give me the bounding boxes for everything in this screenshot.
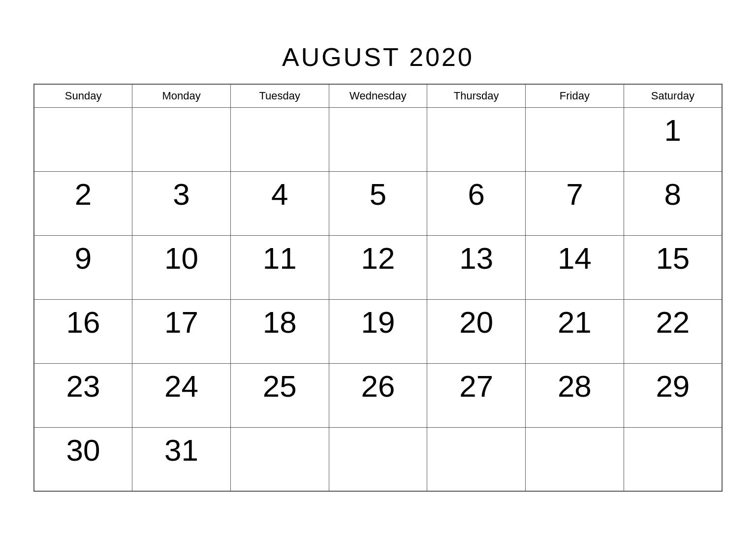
- day-19[interactable]: 19: [329, 299, 427, 363]
- week-row-3: 16171819202122: [34, 299, 722, 363]
- day-8[interactable]: 8: [624, 171, 722, 235]
- day-1[interactable]: 1: [624, 107, 722, 171]
- header-friday: Friday: [526, 84, 624, 108]
- day-6[interactable]: 6: [427, 171, 526, 235]
- day-22[interactable]: 22: [624, 299, 722, 363]
- empty-cell-5-4: [427, 427, 526, 491]
- day-4[interactable]: 4: [230, 171, 329, 235]
- header-saturday: Saturday: [624, 84, 722, 108]
- empty-cell-0-2: [230, 107, 329, 171]
- day-25[interactable]: 25: [230, 363, 329, 427]
- header-thursday: Thursday: [427, 84, 526, 108]
- week-row-1: 2345678: [34, 171, 722, 235]
- empty-cell-0-3: [329, 107, 427, 171]
- day-16[interactable]: 16: [34, 299, 132, 363]
- day-11[interactable]: 11: [230, 235, 329, 299]
- day-13[interactable]: 13: [427, 235, 526, 299]
- day-21[interactable]: 21: [526, 299, 624, 363]
- day-14[interactable]: 14: [526, 235, 624, 299]
- empty-cell-0-1: [132, 107, 231, 171]
- week-row-2: 9101112131415: [34, 235, 722, 299]
- calendar-header-row: SundayMondayTuesdayWednesdayThursdayFrid…: [34, 84, 722, 108]
- calendar-title: AUGUST 2020: [282, 42, 474, 72]
- empty-cell-0-5: [526, 107, 624, 171]
- day-28[interactable]: 28: [526, 363, 624, 427]
- day-27[interactable]: 27: [427, 363, 526, 427]
- day-10[interactable]: 10: [132, 235, 231, 299]
- day-24[interactable]: 24: [132, 363, 231, 427]
- empty-cell-5-5: [526, 427, 624, 491]
- day-17[interactable]: 17: [132, 299, 231, 363]
- week-row-0: 1: [34, 107, 722, 171]
- day-31[interactable]: 31: [132, 427, 231, 491]
- day-15[interactable]: 15: [624, 235, 722, 299]
- header-sunday: Sunday: [34, 84, 132, 108]
- header-monday: Monday: [132, 84, 231, 108]
- header-tuesday: Tuesday: [230, 84, 329, 108]
- header-wednesday: Wednesday: [329, 84, 427, 108]
- empty-cell-5-2: [230, 427, 329, 491]
- day-9[interactable]: 9: [34, 235, 132, 299]
- day-20[interactable]: 20: [427, 299, 526, 363]
- week-row-4: 23242526272829: [34, 363, 722, 427]
- day-18[interactable]: 18: [230, 299, 329, 363]
- day-29[interactable]: 29: [624, 363, 722, 427]
- day-26[interactable]: 26: [329, 363, 427, 427]
- day-2[interactable]: 2: [34, 171, 132, 235]
- day-30[interactable]: 30: [34, 427, 132, 491]
- day-23[interactable]: 23: [34, 363, 132, 427]
- calendar-table: SundayMondayTuesdayWednesdayThursdayFrid…: [33, 84, 723, 492]
- week-row-5: 3031: [34, 427, 722, 491]
- day-12[interactable]: 12: [329, 235, 427, 299]
- empty-cell-0-0: [34, 107, 132, 171]
- calendar-body: 1234567891011121314151617181920212223242…: [34, 107, 722, 491]
- day-3[interactable]: 3: [132, 171, 231, 235]
- day-5[interactable]: 5: [329, 171, 427, 235]
- day-7[interactable]: 7: [526, 171, 624, 235]
- empty-cell-5-6: [624, 427, 722, 491]
- empty-cell-0-4: [427, 107, 526, 171]
- empty-cell-5-3: [329, 427, 427, 491]
